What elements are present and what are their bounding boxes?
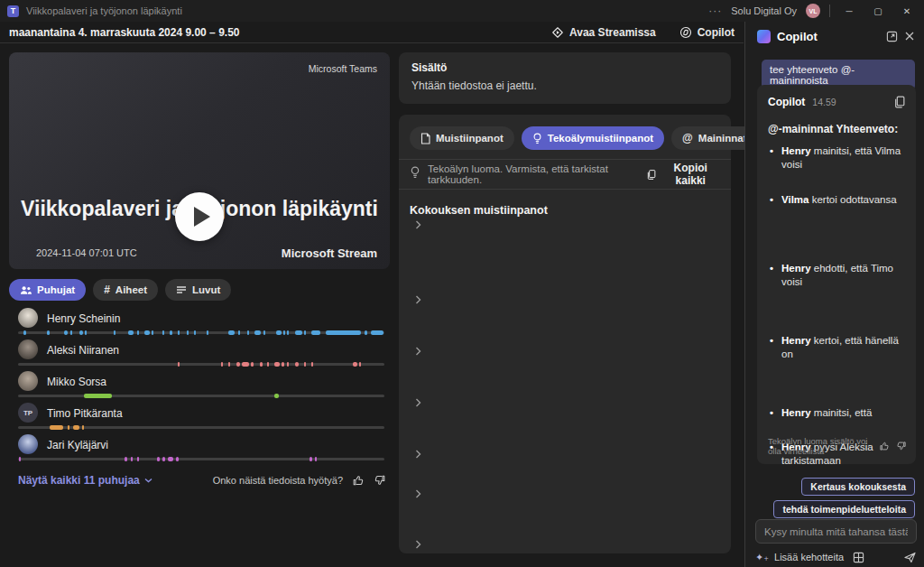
ai-notice-text: Tekoälyn luoma. Varmista, että tarkistat… bbox=[428, 163, 640, 185]
note-collapsed-item[interactable] bbox=[415, 343, 433, 359]
tab-puhujat[interactable]: Puhujat bbox=[9, 279, 86, 301]
timeline-segment bbox=[353, 362, 356, 367]
lightbulb-icon bbox=[410, 166, 420, 182]
timeline-segment bbox=[23, 330, 26, 335]
timeline-segment bbox=[326, 330, 361, 335]
timeline-segment bbox=[19, 457, 21, 461]
timeline-segment bbox=[131, 457, 133, 461]
copilot-input[interactable] bbox=[755, 519, 917, 544]
timeline-segment bbox=[47, 330, 49, 335]
speaker-row: TPTimo Pitkäranta bbox=[9, 400, 392, 432]
minimize-button[interactable]: ─ bbox=[839, 6, 859, 16]
timeline-segment bbox=[162, 457, 166, 461]
speakers-footer: Näytä kaikki 11 puhujaa Onko näistä tied… bbox=[9, 471, 392, 489]
speakers-list: Henry ScheininAleksi NiiranenMikko Sorsa… bbox=[9, 305, 392, 463]
list-icon bbox=[176, 285, 187, 294]
speaker-timeline[interactable] bbox=[18, 458, 384, 460]
notes-heading: Kokouksen muistiinpanot bbox=[399, 190, 731, 217]
copilot-toggle-button[interactable]: Copilot bbox=[679, 26, 735, 39]
show-all-speakers-link[interactable]: Näytä kaikki 11 puhujaa bbox=[9, 474, 152, 487]
speaker-timeline[interactable] bbox=[18, 395, 384, 397]
thumbs-down-button[interactable] bbox=[374, 474, 386, 487]
copy-all-button[interactable]: Kopioi kaikki bbox=[647, 162, 720, 187]
speaker-name: Mikko Sorsa bbox=[47, 376, 106, 388]
tab-aiheet[interactable]: # Aiheet bbox=[93, 279, 158, 301]
timeline-segment bbox=[82, 425, 84, 430]
play-button[interactable] bbox=[175, 192, 224, 241]
note-collapsed-item[interactable] bbox=[415, 446, 433, 462]
pop-out-icon[interactable] bbox=[886, 31, 898, 42]
chevron-right-icon bbox=[415, 540, 421, 549]
timeline-segment bbox=[287, 330, 289, 335]
org-name: Solu Digital Oy bbox=[731, 5, 797, 16]
apps-grid-icon[interactable] bbox=[853, 552, 864, 563]
response-time: 14.59 bbox=[812, 97, 836, 107]
timeline-segment bbox=[168, 457, 173, 461]
response-bullet: Henry ehdotti, että Timo voisi bbox=[768, 262, 905, 289]
video-player[interactable]: Microsoft Teams Viikkopalaveri ja työjon… bbox=[9, 52, 390, 269]
user-avatar[interactable]: VL bbox=[806, 4, 820, 18]
teams-brand-label: Microsoft Teams bbox=[309, 63, 377, 74]
timeline-segment bbox=[242, 362, 249, 367]
timeline-segment bbox=[152, 330, 153, 335]
close-panel-icon[interactable] bbox=[904, 31, 915, 42]
response-bullets: Henry mainitsi, että Vilma voisiVilma ke… bbox=[768, 144, 905, 468]
note-collapsed-item[interactable] bbox=[415, 395, 433, 411]
response-bullet: Henry mainitsi, että bbox=[768, 406, 905, 420]
timeline-segment bbox=[304, 362, 306, 367]
timeline-segment bbox=[79, 330, 83, 335]
timeline-segment bbox=[137, 457, 139, 461]
copilot-input-toolbar: ✦₊ Lisää kehotteita bbox=[755, 547, 917, 567]
copilot-panel: Copilot tee yhteenveto @-maininnoista Co… bbox=[744, 22, 924, 567]
timeline-segment bbox=[283, 330, 285, 335]
response-author: Copilot bbox=[768, 96, 805, 108]
timeline-segment bbox=[295, 330, 302, 335]
note-collapsed-item[interactable] bbox=[415, 292, 433, 308]
send-icon[interactable] bbox=[903, 552, 917, 563]
open-in-stream-button[interactable]: Avaa Streamissa bbox=[551, 26, 656, 39]
suggestion-chip[interactable]: tehdä toimenpideluetteloita bbox=[773, 500, 915, 518]
thumbs-up-button[interactable] bbox=[352, 474, 365, 487]
ai-disclaimer: Tekoälyn luoma sisältö voi olla virheell… bbox=[768, 436, 873, 456]
maximize-button[interactable]: ▢ bbox=[868, 6, 888, 16]
note-collapsed-item[interactable] bbox=[415, 486, 433, 502]
more-prompts-button[interactable]: ✦₊ Lisää kehotteita bbox=[755, 552, 844, 563]
timeline-segment bbox=[64, 330, 68, 335]
timeline-segment bbox=[260, 362, 263, 367]
speaker-name: Henry Scheinin bbox=[47, 312, 120, 325]
tab-luvut[interactable]: Luvut bbox=[165, 279, 231, 301]
note-collapsed-item[interactable] bbox=[415, 536, 433, 553]
chevron-right-icon bbox=[415, 295, 421, 304]
timeline-segment bbox=[85, 330, 87, 335]
at-icon: @ bbox=[682, 132, 693, 144]
tab-tekoalymuistiinpanot[interactable]: Tekoälymuistiinpanot bbox=[522, 126, 664, 150]
note-collapsed-item[interactable] bbox=[415, 217, 433, 233]
sparkle-icon: ✦₊ bbox=[755, 552, 769, 563]
response-bullet: Henry kertoi, että hänellä on bbox=[768, 334, 905, 361]
speaker-name: Timo Pitkäranta bbox=[47, 407, 123, 420]
titlebar: T Viikkopalaveri ja työjonon läpikäynti … bbox=[0, 0, 924, 22]
people-icon bbox=[20, 285, 32, 295]
timeline-segment bbox=[194, 330, 196, 335]
hash-icon: # bbox=[104, 284, 110, 296]
play-icon bbox=[194, 207, 210, 227]
thumbs-down-button[interactable] bbox=[896, 441, 907, 451]
avatar bbox=[18, 339, 38, 359]
stream-brand-label: Microsoft Stream bbox=[282, 246, 377, 260]
speaker-timeline[interactable] bbox=[18, 426, 384, 429]
tab-muistiinpanot[interactable]: Muistiinpanot bbox=[410, 126, 514, 150]
avatar: TP bbox=[18, 403, 38, 423]
timeline-segment bbox=[114, 330, 116, 335]
copy-response-icon[interactable] bbox=[894, 96, 905, 108]
suggestion-chip[interactable]: Kertaus kokouksesta bbox=[801, 478, 915, 496]
speaker-timeline[interactable] bbox=[18, 363, 384, 366]
more-options-icon[interactable]: ··· bbox=[708, 5, 722, 17]
speaker-name: Jari Kyläjärvi bbox=[47, 439, 108, 451]
speaker-timeline[interactable] bbox=[18, 331, 384, 334]
close-button[interactable]: ✕ bbox=[897, 6, 917, 16]
timeline-segment bbox=[157, 457, 160, 461]
chevron-down-icon bbox=[144, 478, 152, 483]
timeline-segment bbox=[128, 330, 134, 335]
timeline-segment bbox=[176, 457, 179, 461]
thumbs-up-button[interactable] bbox=[879, 441, 890, 451]
